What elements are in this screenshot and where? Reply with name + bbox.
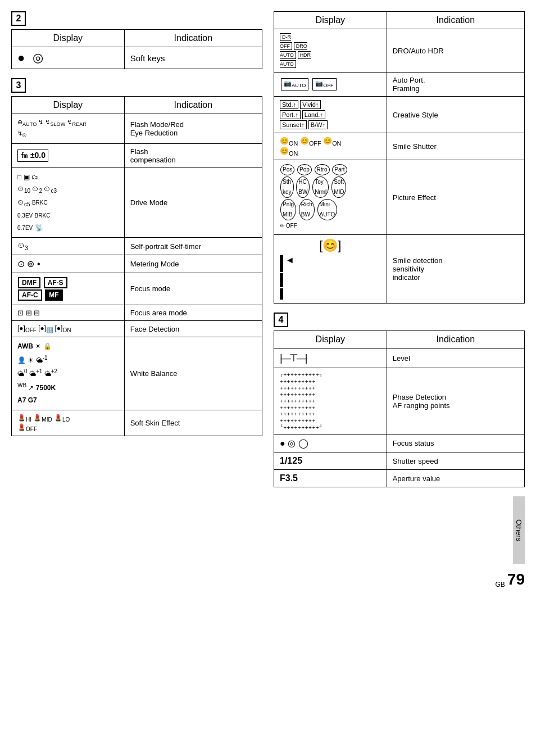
softskin-indication: Soft Skin Effect <box>124 410 262 436</box>
section3-indication-header: Indication <box>124 97 262 114</box>
section2-icons: ● ◎ <box>17 51 46 65</box>
section3-row-focusarea: ⊡ ⊞ ⊟ Focus area mode <box>12 305 262 320</box>
selfportrait-icon: ⏲3 <box>17 241 28 250</box>
compensation-indication: Flashcompensation <box>124 143 262 168</box>
autoport-indication: Auto Port.Framing <box>387 73 524 97</box>
flash-display: ⊕AUTO ↯ ↯SLOW ↯REAR ↯® <box>12 114 125 144</box>
level-indication: Level <box>387 348 524 368</box>
drive-icons: □ ▣ 🗂 ⏲10 ⏲2 ⏲c3 ⏲c5 BRKC0.3EV BRKC0.7EV… <box>17 171 119 234</box>
phase-grid: ┌++++++++++┐ ++++++++++ ++++++++++ +++++… <box>280 372 381 431</box>
section3-row-facedet: [●]OFF [●]🔢 [●]ON Face Detection <box>12 320 262 337</box>
section4-display-header: Display <box>274 331 387 348</box>
selfportrait-indication: Self-portrait Self-timer <box>124 238 262 255</box>
section4-row-phase: ┌++++++++++┐ ++++++++++ ++++++++++ +++++… <box>274 368 525 434</box>
level-icon: |—⊤—| <box>280 352 306 364</box>
left-column: 2 Display Indication ● ◎ Soft keys <box>11 11 262 588</box>
afc-box: AF-C <box>18 289 42 301</box>
focusstatus-display: ● ◎ ◯ <box>274 434 387 452</box>
creativestyle-indication: Creative Style <box>387 97 524 133</box>
section3-row-wb: AWB ☀ 🔒 👤 ☀ 🌥-1 🌥0 🌥+1 🌥+2 WB ↗ 7500K A7… <box>12 337 262 410</box>
right-section3-table: Display Indication D-ROFF DROAUTO HDRAUT… <box>274 11 525 304</box>
focusarea-display: ⊡ ⊞ ⊟ <box>12 305 125 320</box>
wb-display: AWB ☀ 🔒 👤 ☀ 🌥-1 🌥0 🌥+1 🌥+2 WB ↗ 7500K A7… <box>12 337 125 410</box>
section2-display-header: Display <box>12 30 125 47</box>
others-tab: Others <box>513 496 525 564</box>
section3-row-softskin: 💄HI 💄MID 💄LO 💄OFF Soft Skin Effect <box>12 410 262 436</box>
right-display-header: Display <box>274 12 387 29</box>
section3-row-selfportrait: ⏲3 Self-portrait Self-timer <box>12 238 262 255</box>
section4-row-level: |—⊤—| Level <box>274 348 525 368</box>
dro-display: D-ROFF DROAUTO HDRAUTO <box>274 29 387 73</box>
pictureeffect-indication: Picture Effect <box>387 160 524 235</box>
metering-indication: Metering Mode <box>124 255 262 273</box>
selfportrait-display: ⏲3 <box>12 238 125 255</box>
right-row-creativestyle: Std.↑ Vivid↑ Port.↑ Land.↑ Sunset↑ B/W↑ … <box>274 97 525 133</box>
section4-number: 4 <box>274 313 288 327</box>
bottom-right: GB 79 <box>274 568 525 588</box>
softskin-display: 💄HI 💄MID 💄LO 💄OFF <box>12 410 125 436</box>
softskin-icons: 💄HI 💄MID 💄LO 💄OFF <box>17 414 119 432</box>
pictureeffect-display: Pos Pop Rtro Part Sthkey HCBW ToyNrml So… <box>274 160 387 235</box>
pictureeffect-icons: Pos Pop Rtro Part Sthkey HCBW ToyNrml So… <box>280 164 381 231</box>
facedet-display: [●]OFF [●]🔢 [●]ON <box>12 320 125 337</box>
shutter-display: 1/125 <box>274 452 387 470</box>
metering-display: ⊙ ⊚ • <box>12 255 125 273</box>
section2-row1: ● ◎ Soft keys <box>12 47 262 69</box>
creativestyle-icons: Std.↑ Vivid↑ Port.↑ Land.↑ Sunset↑ B/W↑ <box>280 100 381 129</box>
focusmode-indication: Focus mode <box>124 273 262 305</box>
metering-icons: ⊙ ⊚ • <box>17 259 40 269</box>
section4-table: Display Indication |—⊤—| Level ┌++++++++ <box>274 331 525 487</box>
afs-box: AF-S <box>44 277 67 288</box>
right-row-autoport: 📷AUTO 📷OFF Auto Port.Framing <box>274 73 525 97</box>
phase-display: ┌++++++++++┐ ++++++++++ ++++++++++ +++++… <box>274 368 387 434</box>
focusarea-indication: Focus area mode <box>124 305 262 320</box>
right-column: Display Indication D-ROFF DROAUTO HDRAUT… <box>274 11 525 588</box>
mf-box: MF <box>45 289 62 301</box>
phase-indication: Phase DetectionAF ranging points <box>387 368 524 434</box>
gb-label: GB <box>496 581 505 588</box>
compensation-icon: ㎙ ±0.0 <box>17 150 48 162</box>
section2-header: 2 <box>11 11 262 29</box>
section2-table: Display Indication ● ◎ Soft keys <box>11 29 262 69</box>
right-row-dro: D-ROFF DROAUTO HDRAUTO DRO/Auto HDR <box>274 29 525 73</box>
section2-number: 2 <box>11 11 26 26</box>
section3-row-metering: ⊙ ⊚ • Metering Mode <box>12 255 262 273</box>
smile-icons: 😊ON 😊OFF 😊ON 😊ON <box>280 137 381 156</box>
wb-indication: White Balance <box>124 337 262 410</box>
flash-icons: ⊕AUTO ↯ ↯SLOW ↯REAR ↯® <box>17 117 119 140</box>
section3-row-focusmode: DMF AF-S AF-C MF Focus mode <box>12 273 262 305</box>
smiledet-display: [😊] ◄ <box>274 235 387 304</box>
section4-header: 4 <box>274 313 525 331</box>
right-indication-header: Indication <box>387 12 524 29</box>
focusarea-icons: ⊡ ⊞ ⊟ <box>17 309 40 317</box>
focusstatus-icons: ● ◎ ◯ <box>280 438 308 448</box>
section2-indication-header: Indication <box>124 30 262 47</box>
autoport-icons: 📷AUTO 📷OFF <box>280 77 381 91</box>
section2-indication-cell: Soft keys <box>124 47 262 69</box>
aperture-display: F3.5 <box>274 470 387 487</box>
section3-display-header: Display <box>12 97 125 114</box>
shutter-speed-value: 1/125 <box>280 456 302 465</box>
section3-table: Display Indication ⊕AUTO ↯ ↯SLOW ↯REAR ↯… <box>11 96 262 436</box>
section4-row-shutter: 1/125 Shutter speed <box>274 452 525 470</box>
section4-indication-header: Indication <box>387 331 524 348</box>
section2-display-cell: ● ◎ <box>12 47 125 69</box>
section3-row-compensation: ㎙ ±0.0 Flashcompensation <box>12 143 262 168</box>
shutter-indication: Shutter speed <box>387 452 524 470</box>
level-display: |—⊤—| <box>274 348 387 368</box>
section3-number: 3 <box>11 78 26 93</box>
focusmode-display: DMF AF-S AF-C MF <box>12 273 125 305</box>
section4-row-aperture: F3.5 Aperture value <box>274 470 525 487</box>
compensation-display: ㎙ ±0.0 <box>12 143 125 168</box>
smiledet-indication: Smile detectionsensitivityindicator <box>387 235 524 304</box>
facedet-indication: Face Detection <box>124 320 262 337</box>
right-row-smile: 😊ON 😊OFF 😊ON 😊ON Smile Shutter <box>274 133 525 160</box>
arrow-right-icon: ◄ <box>285 255 294 265</box>
flash-indication: Flash Mode/RedEye Reduction <box>124 114 262 144</box>
aperture-value: F3.5 <box>280 473 298 483</box>
section3-row-flash: ⊕AUTO ↯ ↯SLOW ↯REAR ↯® Flash Mode/RedEye… <box>12 114 262 144</box>
smile-indication: Smile Shutter <box>387 133 524 160</box>
section4-row-focusstatus: ● ◎ ◯ Focus status <box>274 434 525 452</box>
smiledet-icons: [😊] ◄ <box>280 238 381 300</box>
focusmode-icons: DMF AF-S AF-C MF <box>17 277 119 301</box>
